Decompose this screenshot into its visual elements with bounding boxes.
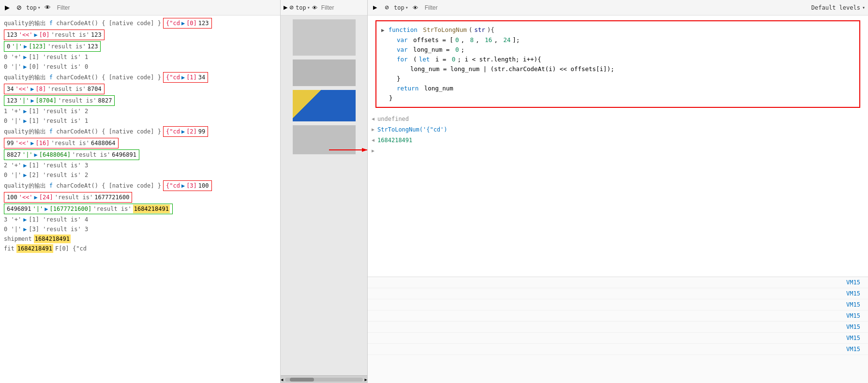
list-item: 2 '+' ▶ [1] 'result is' 3 bbox=[0, 161, 280, 170]
code-line-6: } bbox=[381, 74, 854, 84]
list-item: VM15 bbox=[368, 288, 868, 299]
left-top-dropdown[interactable]: top ▾ bbox=[26, 4, 41, 11]
list-item: 0 '+' ▶ [1] 'result is' 1 bbox=[0, 52, 280, 62]
fit-value: 1684218491 bbox=[16, 244, 53, 253]
list-item: VM15 bbox=[368, 344, 868, 355]
right-filter-input[interactable] bbox=[423, 3, 616, 12]
list-item: quality的输出 f charCodeAt() { [native code… bbox=[0, 17, 280, 29]
list-item: VM15 bbox=[368, 299, 868, 310]
red-box-3: 34 '<<' ▶ [8] 'result is' 8704 bbox=[4, 84, 105, 94]
code-line-4: for ( let i = 0 ; i < str.length; i++){ bbox=[381, 55, 854, 64]
list-item: VM15 bbox=[368, 322, 868, 333]
middle-filter-input[interactable] bbox=[319, 3, 368, 12]
code-line-7: return long_num bbox=[381, 84, 854, 93]
list-item: 0 '|' ▶ [0] 'result is' 0 bbox=[0, 62, 280, 72]
default-levels-chevron-icon: ▾ bbox=[862, 5, 865, 10]
list-item: 100 '<<' ▶ [24] 'result is' 1677721600 bbox=[0, 192, 280, 203]
middle-top-label: top bbox=[296, 4, 306, 11]
right-eye-btn[interactable]: 👁 bbox=[411, 3, 420, 12]
right-block-btn[interactable]: ⊘ bbox=[382, 3, 391, 12]
list-item: quality的输出 f charCodeAt() { [native code… bbox=[0, 72, 280, 83]
right-panel: ▶ ⊘ top ▾ 👁 Default levels ▾ ▶ function … bbox=[368, 0, 868, 383]
scroll-thumb bbox=[290, 378, 314, 382]
middle-eye-btn[interactable]: 👁 bbox=[312, 3, 317, 12]
rc-strtolongnum: ▶ StrToLongNum('{"cd') bbox=[372, 124, 864, 135]
code-line-2: var offsets = [ 0 , 8 , 16 , 24 ]; bbox=[381, 35, 854, 45]
scroll-left-icon[interactable]: ◀ bbox=[281, 377, 283, 382]
red-box-2: {"cd ▶ [1] 34 bbox=[163, 72, 208, 83]
green-box-3: 6496891 '|' ▶ [1677721600] 'result is' 1… bbox=[4, 204, 173, 214]
expand-icon[interactable]: ▶ bbox=[381, 26, 385, 35]
list-item: 1 '+' ▶ [1] 'result is' 2 bbox=[0, 106, 280, 116]
image-thumb-3 bbox=[293, 90, 356, 121]
code-line-8: } bbox=[381, 93, 854, 103]
green-box-0: 0 '|' ▶ [123] 'result is' 123 bbox=[4, 41, 101, 52]
rc-result: ◀ 1684218491 bbox=[372, 135, 864, 146]
rc-undefined: ◀ undefined bbox=[372, 114, 864, 124]
list-item: 0 '|' ▶ [2] 'result is' 2 bbox=[0, 170, 280, 180]
arrow-right-icon: ▶ bbox=[372, 125, 374, 134]
red-box-6: {"cd ▶ [3] 100 bbox=[163, 180, 212, 191]
list-item: quality的输出 f charCodeAt() { [native code… bbox=[0, 126, 280, 137]
prompt-icon: ▶ bbox=[372, 146, 374, 156]
middle-execute-btn[interactable]: ▶ bbox=[284, 3, 287, 12]
arrow-left-icon: ◀ bbox=[372, 114, 374, 124]
right-top-chevron-icon: ▾ bbox=[405, 5, 408, 10]
image-thumb-2 bbox=[293, 59, 356, 86]
right-toolbar: ▶ ⊘ top ▾ 👁 Default levels ▾ bbox=[368, 0, 868, 15]
list-item: 0 '|' ▶ [3] 'result is' 3 bbox=[0, 224, 280, 234]
right-main: ▶ function StrToLongNum ( str ){ var off… bbox=[368, 15, 868, 277]
right-top-label: top bbox=[394, 4, 404, 11]
image-thumb-4 bbox=[293, 125, 356, 154]
code-display-box: ▶ function StrToLongNum ( str ){ var off… bbox=[375, 20, 860, 108]
list-item: 0 '|' ▶ [1] 'result is' 1 bbox=[0, 116, 280, 126]
shipment-value: 1684218491 bbox=[34, 235, 71, 243]
list-item: 6496891 '|' ▶ [1677721600] 'result is' 1… bbox=[0, 203, 280, 215]
list-item: 99 '<<' ▶ [16] 'result is' 6488064 bbox=[0, 137, 280, 149]
middle-toolbar: ▶ ⊘ top ▾ 👁 bbox=[281, 0, 367, 15]
list-item: VM15 bbox=[368, 333, 868, 344]
rc-prompt: ▶ bbox=[372, 146, 864, 156]
middle-image-panel: ▶ ⊘ top ▾ 👁 ◀ ▶ bbox=[281, 0, 368, 383]
list-item: VM15 bbox=[368, 277, 868, 288]
list-item: 3 '+' ▶ [1] 'result is' 4 bbox=[0, 215, 280, 224]
list-item: quality的输出 f charCodeAt() { [native code… bbox=[0, 180, 280, 192]
list-item: 123 '<<' ▶ [0] 'result is' 123 bbox=[0, 29, 280, 41]
left-filter-input[interactable] bbox=[55, 3, 277, 12]
middle-block-btn[interactable]: ⊘ bbox=[289, 3, 294, 12]
right-bottom-panel: VM15 VM15 VM15 VM15 VM15 VM15 VM15 bbox=[368, 277, 868, 383]
middle-top-dropdown[interactable]: top ▾ bbox=[296, 4, 310, 11]
red-box-0: {"cd ▶ [0] 123 bbox=[163, 18, 212, 29]
arrow-left-2-icon: ◀ bbox=[372, 135, 374, 145]
right-console: ◀ undefined ▶ StrToLongNum('{"cd') ◀ 168… bbox=[368, 113, 868, 277]
right-top-dropdown[interactable]: top ▾ bbox=[394, 4, 408, 11]
scroll-right-icon[interactable]: ▶ bbox=[365, 377, 367, 382]
right-execute-btn[interactable]: ▶ bbox=[371, 3, 379, 12]
green-box-2: 8827 '|' ▶ [6488064] 'result is' 6496891 bbox=[4, 149, 139, 160]
red-box-1: 123 '<<' ▶ [0] 'result is' 123 bbox=[4, 29, 105, 40]
list-item: 0 '|' ▶ [123] 'result is' 123 bbox=[0, 41, 280, 52]
left-top-label: top bbox=[26, 4, 37, 11]
left-top-chevron-icon: ▾ bbox=[38, 5, 41, 10]
code-line-1: ▶ function StrToLongNum ( str ){ bbox=[381, 25, 854, 35]
default-levels-label: Default levels bbox=[811, 4, 860, 11]
left-console-content: quality的输出 f charCodeAt() { [native code… bbox=[0, 15, 280, 383]
list-item: 8827 '|' ▶ [6488064] 'result is' 6496891 bbox=[0, 149, 280, 161]
horizontal-scrollbar[interactable]: ◀ ▶ bbox=[281, 375, 367, 383]
red-box-5: 99 '<<' ▶ [16] 'result is' 6488064 bbox=[4, 138, 119, 148]
code-line-5: long_num = long_num | (str.charCodeAt(i)… bbox=[381, 64, 854, 74]
green-box-1: 123 '|' ▶ [8704] 'result is' 8827 bbox=[4, 95, 115, 106]
code-line-3: var long_num = 0 ; bbox=[381, 45, 854, 55]
middle-chevron-icon: ▾ bbox=[307, 5, 310, 10]
image-scroll-area[interactable] bbox=[281, 15, 367, 375]
left-execute-btn[interactable]: ▶ bbox=[3, 3, 12, 12]
red-box-4: {"cd ▶ [2] 99 bbox=[163, 126, 208, 137]
left-eye-btn[interactable]: 👁 bbox=[44, 3, 52, 12]
default-levels-dropdown[interactable]: Default levels ▾ bbox=[811, 4, 865, 11]
list-item: fit 1684218491 F[0] {"cd bbox=[0, 244, 280, 253]
red-box-7: 100 '<<' ▶ [24] 'result is' 1677721600 bbox=[4, 192, 132, 203]
left-block-btn[interactable]: ⊘ bbox=[15, 3, 23, 12]
list-item: 123 '|' ▶ [8704] 'result is' 8827 bbox=[0, 95, 280, 106]
highlighted-value: 1684218491 bbox=[133, 205, 170, 213]
image-thumb-1 bbox=[293, 19, 356, 56]
